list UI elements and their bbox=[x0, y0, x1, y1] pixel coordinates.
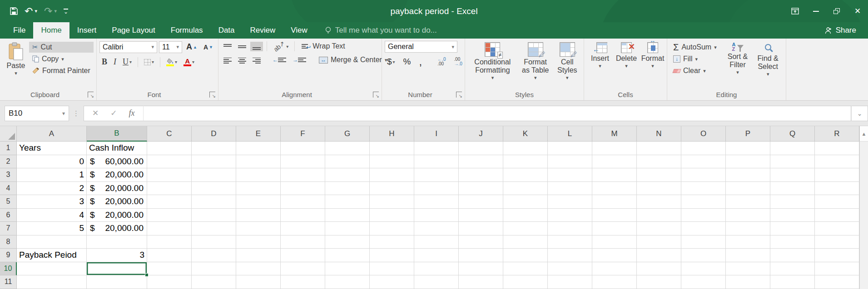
cell-P3[interactable] bbox=[726, 168, 770, 182]
cell-J5[interactable] bbox=[459, 195, 503, 209]
cell-I1[interactable] bbox=[414, 142, 459, 155]
cell-A7[interactable]: 5 bbox=[17, 222, 87, 235]
cell-C1[interactable] bbox=[147, 142, 192, 155]
cell-M3[interactable] bbox=[592, 168, 637, 182]
cell-L4[interactable] bbox=[548, 182, 592, 196]
cell-H6[interactable] bbox=[370, 209, 414, 222]
cell-E9[interactable] bbox=[236, 249, 281, 262]
cell-J2[interactable] bbox=[459, 155, 503, 169]
cell-R1[interactable] bbox=[815, 142, 859, 155]
cell-F6[interactable] bbox=[281, 209, 325, 222]
cancel-button[interactable]: ✕ bbox=[92, 108, 99, 118]
enter-button[interactable]: ✓ bbox=[110, 108, 117, 118]
increase-font-button[interactable]: A▲ bbox=[184, 41, 199, 53]
cell-G8[interactable] bbox=[325, 235, 370, 249]
ribbon-display-options-button[interactable] bbox=[784, 0, 805, 22]
column-header-M[interactable]: M bbox=[592, 126, 637, 142]
cell-L6[interactable] bbox=[548, 209, 592, 222]
redo-button[interactable]: ↷ ▾ bbox=[44, 7, 57, 16]
cell-R4[interactable] bbox=[815, 182, 859, 196]
cell-I4[interactable] bbox=[414, 182, 459, 196]
cell-H8[interactable] bbox=[370, 235, 414, 249]
cell-E11[interactable] bbox=[236, 275, 281, 289]
cell-C6[interactable] bbox=[147, 209, 192, 222]
cell-R9[interactable] bbox=[815, 249, 859, 262]
tab-insert[interactable]: Insert bbox=[69, 22, 104, 39]
cell-N1[interactable] bbox=[637, 142, 681, 155]
cell-R3[interactable] bbox=[815, 168, 859, 182]
cell-B11[interactable] bbox=[87, 275, 147, 289]
cell-K10[interactable] bbox=[503, 262, 548, 276]
row-header-8[interactable]: 8 bbox=[0, 235, 17, 249]
cell-K8[interactable] bbox=[503, 235, 548, 249]
cell-H5[interactable] bbox=[370, 195, 414, 209]
cell-J11[interactable] bbox=[459, 275, 503, 289]
column-header-J[interactable]: J bbox=[459, 126, 503, 142]
column-header-N[interactable]: N bbox=[637, 126, 681, 142]
minimize-button[interactable] bbox=[805, 0, 826, 22]
cell-F3[interactable] bbox=[281, 168, 325, 182]
column-header-L[interactable]: L bbox=[548, 126, 592, 142]
cell-K9[interactable] bbox=[503, 249, 548, 262]
cell-B4[interactable]: $20,000.00 bbox=[87, 182, 147, 196]
cell-C11[interactable] bbox=[147, 275, 192, 289]
cell-G1[interactable] bbox=[325, 142, 370, 155]
cell-R2[interactable] bbox=[815, 155, 859, 169]
cell-N8[interactable] bbox=[637, 235, 681, 249]
align-left-button[interactable] bbox=[221, 55, 234, 65]
cell-B5[interactable]: $20,000.00 bbox=[87, 195, 147, 209]
cell-K11[interactable] bbox=[503, 275, 548, 289]
column-header-G[interactable]: G bbox=[325, 126, 370, 142]
cell-E4[interactable] bbox=[236, 182, 281, 196]
cell-B9[interactable]: 3 bbox=[87, 249, 147, 262]
cell-I5[interactable] bbox=[414, 195, 459, 209]
delete-cells-button[interactable]: ✕ Delete ▾ bbox=[613, 41, 640, 69]
cell-H9[interactable] bbox=[370, 249, 414, 262]
format-painter-button[interactable]: Format Painter bbox=[29, 65, 94, 76]
cell-Q2[interactable] bbox=[770, 155, 815, 169]
fill-button[interactable]: ↓ Fill ▾ bbox=[670, 54, 720, 64]
cell-N4[interactable] bbox=[637, 182, 681, 196]
cell-F2[interactable] bbox=[281, 155, 325, 169]
bold-button[interactable]: B bbox=[99, 56, 109, 68]
italic-button[interactable]: I bbox=[111, 56, 119, 68]
cell-D6[interactable] bbox=[192, 209, 236, 222]
cell-I11[interactable] bbox=[414, 275, 459, 289]
restore-button[interactable] bbox=[826, 0, 847, 22]
conditional-formatting-button[interactable]: ≠ Conditional Formatting ▾ bbox=[468, 41, 517, 81]
align-center-button[interactable] bbox=[236, 55, 248, 65]
formula-bar-drag-handle[interactable]: ⋮ bbox=[73, 109, 80, 118]
cell-P8[interactable] bbox=[726, 235, 770, 249]
cell-L2[interactable] bbox=[548, 155, 592, 169]
cell-M11[interactable] bbox=[592, 275, 637, 289]
cell-C4[interactable] bbox=[147, 182, 192, 196]
borders-button[interactable]: ▾ bbox=[142, 58, 156, 67]
cell-G4[interactable] bbox=[325, 182, 370, 196]
cut-button[interactable]: ✂ Cut bbox=[29, 42, 94, 53]
share-button[interactable]: Share bbox=[825, 22, 856, 39]
number-dialog-launcher[interactable]: ↘ bbox=[456, 92, 462, 98]
row-header-9[interactable]: 9 bbox=[0, 249, 17, 262]
cell-Q5[interactable] bbox=[770, 195, 815, 209]
cell-I10[interactable] bbox=[414, 262, 459, 276]
cell-O10[interactable] bbox=[681, 262, 726, 276]
cell-C9[interactable] bbox=[147, 249, 192, 262]
cell-P11[interactable] bbox=[726, 275, 770, 289]
cell-K5[interactable] bbox=[503, 195, 548, 209]
close-button[interactable]: ✕ bbox=[847, 0, 868, 22]
cell-G7[interactable] bbox=[325, 222, 370, 235]
cell-M6[interactable] bbox=[592, 209, 637, 222]
number-format-combo[interactable]: General ▾ bbox=[385, 41, 457, 53]
cell-E6[interactable] bbox=[236, 209, 281, 222]
cell-L3[interactable] bbox=[548, 168, 592, 182]
cell-O2[interactable] bbox=[681, 155, 726, 169]
alignment-dialog-launcher[interactable]: ↘ bbox=[373, 92, 379, 98]
cell-D9[interactable] bbox=[192, 249, 236, 262]
cell-N2[interactable] bbox=[637, 155, 681, 169]
cell-E5[interactable] bbox=[236, 195, 281, 209]
orientation-button[interactable]: ab↗▾ bbox=[271, 41, 291, 51]
cell-N7[interactable] bbox=[637, 222, 681, 235]
paste-dropdown-icon[interactable]: ▾ bbox=[15, 71, 17, 75]
cell-G3[interactable] bbox=[325, 168, 370, 182]
find-select-button[interactable]: Find & Select ▾ bbox=[753, 41, 783, 78]
